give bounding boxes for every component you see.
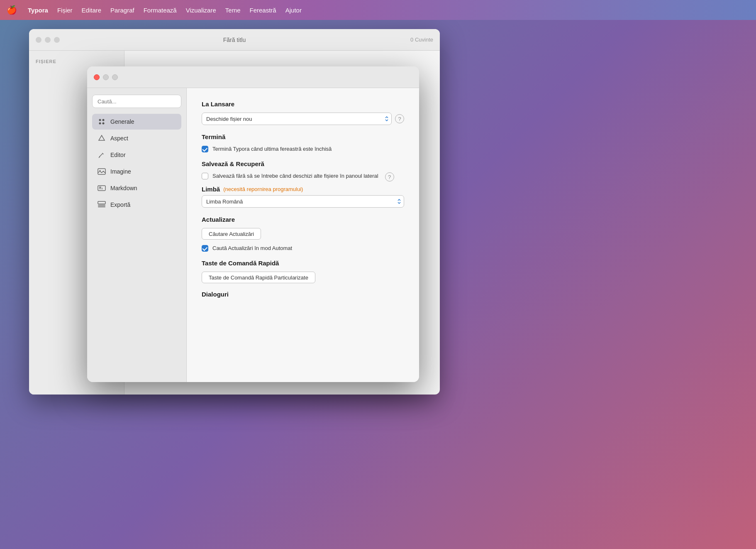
menubar-fereastra[interactable]: Fereastră (250, 7, 276, 14)
limba-dropdown-container: Limba Română (202, 195, 404, 208)
imagine-icon (97, 167, 106, 176)
markdown-icon: M↓ (97, 184, 106, 193)
main-tl-minimize[interactable] (45, 37, 51, 43)
aspect-icon (97, 134, 106, 143)
section-termina: Termină (202, 133, 404, 140)
files-sidebar-title: FIȘIERE (36, 59, 117, 64)
menubar-ajutor[interactable]: Ajutor (285, 7, 302, 14)
svg-rect-12 (98, 201, 105, 204)
limba-dropdown-row: Limba Română (202, 195, 404, 208)
taste-button[interactable]: Taste de Comandă Rapidă Particularizate (202, 272, 315, 283)
salveaza-help-icon[interactable]: ? (385, 172, 394, 181)
editor-label: Editor (110, 152, 126, 158)
main-tl-close[interactable] (36, 37, 41, 43)
taste-button-row: Taste de Comandă Rapidă Particularizate (202, 272, 404, 283)
section-taste: Taste de Comandă Rapidă (202, 260, 404, 267)
main-window-titlebar: Fără titlu 0 Cuvinte (29, 29, 440, 51)
aspect-label: Aspect (110, 135, 128, 142)
menubar: 🍎 Typora Fișier Editare Paragraf Formate… (0, 0, 756, 20)
actualizare-checkbox-row: Caută Actualizări în mod Automat (202, 245, 404, 252)
svg-text:M↓: M↓ (99, 186, 103, 190)
svg-line-7 (99, 157, 100, 158)
generale-label: Generale (110, 118, 134, 125)
prefs-tl-minimize[interactable] (103, 74, 109, 80)
prefs-traffic-lights (94, 74, 118, 80)
termina-checkbox[interactable] (202, 146, 208, 152)
termina-checkbox-row: Termină Typora când ultima fereastră est… (202, 145, 404, 153)
search-input[interactable] (92, 95, 181, 108)
main-tl-zoom[interactable] (54, 37, 60, 43)
menubar-paragraf[interactable]: Paragraf (110, 7, 134, 14)
menubar-typora[interactable]: Typora (28, 7, 48, 14)
sidebar-item-exporta[interactable]: Exportă (92, 197, 181, 213)
svg-point-0 (99, 119, 101, 121)
cautare-actualizari-button[interactable]: Căutare Actualizări (202, 228, 261, 240)
menubar-teme[interactable]: Teme (225, 7, 241, 14)
prefs-content: La Lansare Deschide fișier nou ? T (187, 88, 419, 382)
menubar-editare[interactable]: Editare (82, 7, 102, 14)
word-count: 0 Cuvinte (410, 37, 433, 43)
salveaza-checkbox-row: Salvează fără să se întrebe când deschiz… (202, 172, 404, 181)
prefs-titlebar (87, 66, 419, 88)
section-dialoguri: Dialoguri (202, 291, 404, 298)
salveaza-checkbox-label: Salvează fără să se întrebe când deschiz… (212, 172, 378, 180)
sidebar-item-imagine[interactable]: Imagine (92, 164, 181, 179)
menubar-formateaza[interactable]: Formatează (144, 7, 177, 14)
svg-point-2 (99, 123, 101, 125)
preferences-window: Generale Aspect (87, 66, 419, 382)
svg-point-3 (102, 123, 105, 125)
svg-rect-13 (98, 205, 105, 206)
svg-marker-4 (99, 135, 105, 140)
section-la-lansare: La Lansare (202, 100, 404, 108)
section-actualizare: Actualizare (202, 216, 404, 223)
markdown-label: Markdown (110, 185, 137, 191)
la-lansare-select[interactable]: Deschide fișier nou (202, 113, 392, 125)
editor-icon (97, 150, 106, 159)
exporta-label: Exportă (110, 201, 130, 208)
prefs-sidebar: Generale Aspect (87, 88, 187, 382)
sidebar-item-editor[interactable]: Editor (92, 147, 181, 163)
limba-note: (necesită repornirea programului) (223, 186, 303, 192)
imagine-label: Imagine (110, 168, 131, 175)
actualizare-checkbox[interactable] (202, 245, 208, 252)
limba-select[interactable]: Limba Română (202, 195, 404, 208)
sidebar-item-aspect[interactable]: Aspect (92, 130, 181, 146)
section-limba: Limbă (202, 186, 220, 193)
generale-icon (97, 117, 106, 126)
svg-point-1 (102, 119, 105, 121)
main-traffic-lights (36, 37, 60, 43)
actualizare-button-row: Căutare Actualizări (202, 228, 404, 240)
prefs-body: Generale Aspect (87, 88, 419, 382)
section-salveaza: Salvează & Recuperă (202, 160, 404, 167)
apple-menu-icon[interactable]: 🍎 (7, 5, 17, 15)
menubar-fisier[interactable]: Fișier (57, 7, 73, 14)
main-window-title: Fără titlu (223, 37, 246, 43)
svg-rect-14 (98, 206, 105, 207)
la-lansare-dropdown-container: Deschide fișier nou (202, 113, 392, 125)
sidebar-item-markdown[interactable]: M↓ Markdown (92, 180, 181, 196)
la-lansare-help-icon[interactable]: ? (395, 114, 404, 123)
sidebar-item-generale[interactable]: Generale (92, 114, 181, 130)
termina-checkbox-label: Termină Typora când ultima fereastră est… (212, 145, 332, 153)
actualizare-checkbox-label: Caută Actualizări în mod Automat (212, 245, 292, 252)
exporta-icon (97, 200, 106, 209)
salveaza-checkbox[interactable] (202, 173, 208, 179)
prefs-tl-close[interactable] (94, 74, 100, 80)
limba-title-row: Limbă (necesită repornirea programului) (202, 186, 404, 193)
prefs-tl-zoom[interactable] (112, 74, 118, 80)
menubar-vizualizare[interactable]: Vizualizare (186, 7, 216, 14)
la-lansare-dropdown-row: Deschide fișier nou ? (202, 113, 404, 125)
